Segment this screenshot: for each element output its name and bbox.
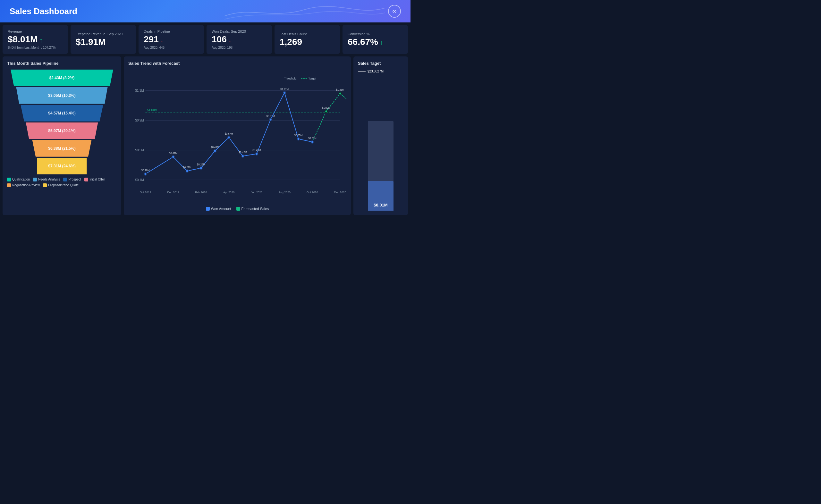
svg-text:Threshold:: Threshold:	[284, 77, 297, 80]
bar-fill: $8.01M	[368, 181, 394, 210]
svg-point-45	[325, 110, 327, 113]
header-logo: ∞	[388, 5, 401, 18]
chart-legend: Won Amount Forecasted Sales	[128, 207, 346, 211]
svg-text:$0.22M: $0.22M	[183, 166, 191, 169]
svg-text:$0.5M: $0.5M	[135, 148, 144, 152]
kpi-pipeline: Deals in Pipeline 291 ↓ Aug 2020: 445	[139, 25, 204, 54]
kpi-expected-label: Exepcted Revenue: Sep 2020	[76, 32, 131, 36]
bar-container: $8.01M	[358, 74, 403, 211]
svg-text:$0.49M: $0.49M	[211, 146, 219, 149]
funnel-slice-0: $2.43M (8.2%)	[7, 70, 116, 86]
svg-text:$1.26M: $1.26M	[336, 88, 344, 91]
svg-point-35	[255, 152, 258, 155]
chart-area: $0.1M$0.5M$0.9M$1.3MOct 2019Dec 2019Feb …	[128, 70, 346, 204]
kpi-won-label: Won Deals: Sep 2020	[212, 29, 267, 33]
kpi-revenue-sub: % Diff from Last Month : 107.27%	[8, 46, 63, 49]
kpi-won-sub: Aug 2020: 198	[212, 46, 267, 49]
funnel-container: $2.43M (8.2%)$3.05M (10.3%)$4.57M (15.4%…	[7, 70, 117, 174]
funnel-slice-1: $3.05M (10.3%)	[12, 87, 112, 104]
svg-text:Feb 2020: Feb 2020	[195, 191, 207, 194]
svg-text:$1.27M: $1.27M	[280, 88, 289, 90]
funnel-legend: QualificationNeeds AnalysisProspectIniti…	[7, 178, 117, 187]
svg-text:$0.26M: $0.26M	[197, 163, 205, 166]
funnel-slice-3: $5.97M (20.1%)	[22, 122, 102, 139]
svg-text:$0.42M: $0.42M	[239, 151, 247, 154]
svg-point-37	[269, 118, 272, 121]
kpi-won-value: 106 ↓	[212, 35, 267, 45]
svg-text:$0.91M: $0.91M	[267, 114, 275, 117]
funnel-legend-item-2: Prospect	[63, 178, 81, 181]
kpi-expected-value: $1.91M	[76, 37, 131, 47]
kpi-conversion-label: Conversion %	[348, 32, 403, 36]
bar-track: $8.01M	[368, 121, 394, 211]
funnel-panel: This Month Sales Pipeline $2.43M (8.2%)$…	[3, 56, 121, 215]
svg-point-25	[186, 170, 189, 172]
kpi-lost-value: 1,269	[280, 37, 335, 47]
kpi-won: Won Deals: Sep 2020 106 ↓ Aug 2020: 198	[207, 25, 272, 54]
header: Sales Dashboard ∞	[0, 0, 411, 22]
svg-text:Apr 2020: Apr 2020	[223, 191, 234, 194]
svg-text:$0.9M: $0.9M	[135, 119, 144, 122]
svg-text:$0.65M: $0.65M	[294, 134, 303, 137]
kpi-revenue-value: $8.01M ↑	[8, 35, 63, 45]
funnel-slice-5: $7.31M (24.6%)	[33, 158, 91, 174]
kpi-pipeline-label: Deals in Pipeline	[144, 29, 199, 33]
kpi-lost-label: Lost Deals Count	[280, 32, 335, 36]
bar-fill-label: $8.01M	[368, 203, 394, 207]
main-row: This Month Sales Pipeline $2.43M (8.2%)$…	[0, 56, 411, 218]
svg-point-23	[172, 155, 174, 158]
funnel-legend-item-5: Proposal/Price Quote	[43, 183, 79, 187]
svg-text:$0.67M: $0.67M	[225, 132, 233, 135]
svg-point-29	[214, 149, 216, 152]
svg-text:Target: Target	[308, 77, 316, 80]
svg-text:Dec 2020: Dec 2020	[334, 191, 346, 194]
svg-point-31	[228, 136, 230, 139]
legend-won: Won Amount	[206, 207, 231, 211]
svg-point-43	[311, 140, 314, 143]
svg-point-21	[144, 172, 147, 175]
legend-forecast: Forecasted Sales	[236, 207, 269, 211]
svg-text:Oct 2020: Oct 2020	[307, 191, 318, 194]
funnel-legend-item-0: Qualification	[7, 178, 30, 181]
kpi-conversion: Conversion % 66.67% ↑	[343, 25, 408, 54]
target-title: Sales Taget	[358, 61, 403, 66]
svg-point-27	[200, 167, 202, 169]
kpi-row: Revenue $8.01M ↑ % Diff from Last Month …	[0, 22, 411, 56]
svg-text:$1.02M: $1.02M	[322, 106, 330, 109]
funnel-legend-item-3: Initial Offer	[84, 178, 105, 181]
target-panel: Sales Taget $23.8827M $8.01M	[353, 56, 408, 215]
funnel-slice-4: $6.38M (21.5%)	[28, 140, 96, 157]
svg-text:$0.41M: $0.41M	[169, 152, 177, 155]
chart-panel: Sales Trend with Forecast $0.1M$0.5M$0.9…	[124, 56, 351, 215]
kpi-pipeline-sub: Aug 2020: 445	[144, 46, 199, 49]
svg-point-33	[241, 155, 244, 157]
kpi-revenue-label: Revenue	[8, 29, 63, 33]
chart-title: Sales Trend with Forecast	[128, 61, 346, 66]
kpi-conversion-value: 66.67% ↑	[348, 37, 403, 47]
funnel-title: This Month Sales Pipeline	[7, 61, 117, 66]
kpi-revenue: Revenue $8.01M ↑ % Diff from Last Month …	[3, 25, 68, 54]
kpi-lost: Lost Deals Count 1,269	[275, 25, 340, 54]
svg-text:Aug 2020: Aug 2020	[278, 191, 290, 194]
svg-text:Jun 2020: Jun 2020	[251, 191, 262, 194]
svg-text:$0.1M: $0.1M	[135, 178, 144, 182]
svg-text:Oct 2019: Oct 2019	[140, 191, 151, 194]
svg-point-41	[297, 138, 300, 140]
header-title: Sales Dashboard	[10, 6, 77, 16]
svg-text:$1.00M: $1.00M	[147, 108, 157, 112]
svg-text:$0.18M: $0.18M	[141, 169, 149, 172]
svg-point-47	[339, 92, 342, 95]
svg-text:$0.45M: $0.45M	[252, 149, 261, 152]
svg-text:$1.3M: $1.3M	[135, 89, 144, 92]
funnel-legend-item-1: Needs Analysis	[33, 178, 60, 181]
svg-text:Dec 2019: Dec 2019	[167, 191, 179, 194]
kpi-pipeline-value: 291 ↓	[144, 35, 199, 45]
kpi-expected: Exepcted Revenue: Sep 2020 $1.91M	[71, 25, 136, 54]
funnel-legend-item-4: Negotiation/Review	[7, 183, 40, 187]
svg-point-39	[283, 91, 286, 94]
svg-text:$0.61M: $0.61M	[308, 137, 317, 140]
target-line: $23.8827M	[358, 70, 403, 73]
funnel-slice-2: $4.57M (15.4%)	[17, 105, 107, 122]
